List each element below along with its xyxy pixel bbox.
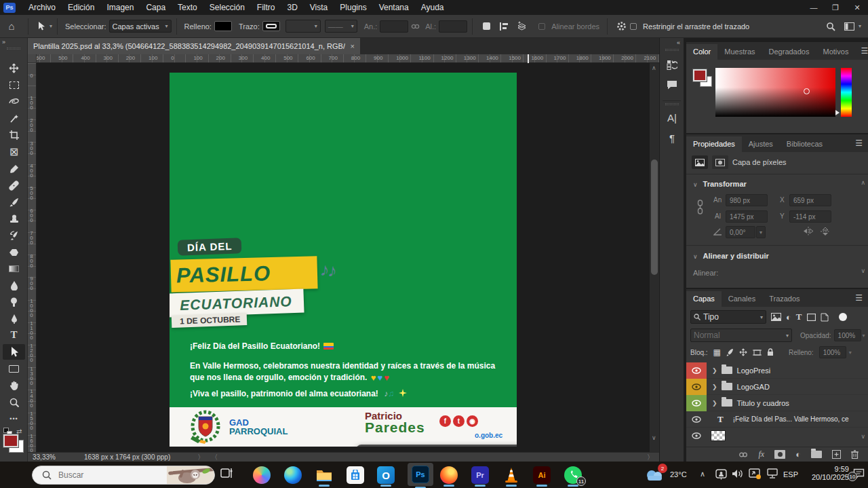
- filter-type-dropdown[interactable]: Tipo▾: [690, 310, 766, 324]
- clone-stamp-tool[interactable]: [3, 211, 25, 227]
- crop-tool[interactable]: [3, 127, 25, 143]
- expand-group-icon[interactable]: ❯: [712, 400, 717, 407]
- eye-icon[interactable]: [692, 383, 701, 390]
- visibility-badge[interactable]: [686, 362, 707, 379]
- minimize-button[interactable]: —: [803, 0, 825, 15]
- horizontal-ruler[interactable]: 6005004003002001000100200300400500600700…: [28, 54, 659, 63]
- layer-name[interactable]: ¡Feliz Día del Pas... Valle Hermoso, ce: [733, 415, 849, 423]
- temperature-text[interactable]: 23°C: [670, 470, 687, 478]
- hue-slider[interactable]: [841, 68, 852, 117]
- history-panel-icon[interactable]: [665, 57, 679, 72]
- panel-menu-icon[interactable]: ☰: [850, 138, 868, 152]
- color-field-cursor[interactable]: [804, 88, 810, 94]
- paragraph-panel-icon[interactable]: ¶: [665, 130, 679, 145]
- lock-pixels-icon[interactable]: [726, 348, 734, 356]
- lasso-tool[interactable]: [3, 94, 25, 109]
- lock-all-icon[interactable]: [767, 348, 774, 356]
- poster-document[interactable]: DÍA DEL PASILLO ♪♪ ECUATORIANO 1 DE OCTU…: [170, 73, 517, 447]
- workspace-switcher-icon[interactable]: [841, 22, 859, 31]
- visibility-badge[interactable]: [686, 428, 707, 444]
- foreground-color-swatch[interactable]: [3, 434, 18, 447]
- path-operations-icon[interactable]: [477, 22, 495, 30]
- eye-icon[interactable]: [692, 367, 701, 374]
- tray-overflow-chevron[interactable]: ∧: [700, 470, 705, 478]
- menu-item-archivo[interactable]: Archivo: [22, 3, 62, 12]
- character-panel-icon[interactable]: A|: [665, 110, 679, 125]
- scroll-down-icon[interactable]: ∨: [652, 434, 656, 441]
- ruler-corner[interactable]: [28, 54, 37, 63]
- tab-close-icon[interactable]: ×: [351, 42, 355, 50]
- close-button[interactable]: ✕: [846, 0, 868, 15]
- taskbar-search[interactable]: [32, 466, 215, 485]
- layer-row[interactable]: ❯ Titulo y cuadros: [686, 395, 868, 411]
- search-input[interactable]: [57, 470, 152, 481]
- layer-style-fx-icon[interactable]: fx: [758, 449, 764, 459]
- gradient-tool[interactable]: [3, 261, 25, 276]
- healing-brush-tool[interactable]: [3, 178, 25, 193]
- transform-section-header[interactable]: ∨Transformar: [693, 179, 747, 189]
- filter-pixel-icon[interactable]: [771, 313, 781, 321]
- visibility-badge[interactable]: [686, 379, 707, 395]
- tool-preset-caret[interactable]: ▾: [50, 23, 52, 29]
- panel-grip[interactable]: [665, 103, 679, 105]
- tab-muestras[interactable]: Muestras: [717, 44, 762, 60]
- constrain-path-checkbox[interactable]: [630, 23, 637, 30]
- filter-adjustment-icon[interactable]: ◐: [786, 312, 791, 322]
- menu-item-texto[interactable]: Texto: [172, 3, 203, 12]
- visibility-badge[interactable]: [686, 395, 707, 411]
- brush-tool[interactable]: [3, 194, 25, 210]
- panel-scroll-down-icon[interactable]: ∨: [861, 267, 865, 274]
- document-tab[interactable]: Plantilla 2025.psd al 33,3% (504664122_5…: [28, 38, 360, 54]
- more-tools-button[interactable]: •••: [3, 411, 25, 426]
- microsoft-store-button[interactable]: [347, 466, 364, 484]
- filter-toggle-pin[interactable]: [839, 313, 847, 321]
- volume-icon[interactable]: [732, 468, 744, 479]
- blur-tool[interactable]: [3, 278, 25, 293]
- eye-icon[interactable]: [692, 416, 701, 423]
- file-explorer-button[interactable]: [315, 466, 333, 484]
- menu-item-ventana[interactable]: Ventana: [373, 3, 415, 12]
- mask-icon[interactable]: [712, 155, 728, 169]
- filter-shape-icon[interactable]: [807, 314, 816, 321]
- tab-motivos[interactable]: Motivos: [816, 44, 855, 60]
- menu-item-ayuda[interactable]: Ayuda: [415, 3, 450, 12]
- dodge-tool[interactable]: [3, 294, 25, 309]
- new-adjustment-layer-icon[interactable]: ◐: [795, 449, 801, 459]
- expand-panels-icon[interactable]: «: [677, 39, 680, 46]
- vertical-ruler[interactable]: 0100200300400500600700800900100011001200…: [28, 63, 37, 452]
- tab-color[interactable]: Color: [686, 44, 717, 60]
- layer-row[interactable]: T ¡Feliz Día del Pas... Valle Hermoso, c…: [686, 411, 868, 428]
- filter-smart-object-icon[interactable]: [821, 313, 829, 322]
- layer-name[interactable]: Titulo y cuadros: [737, 399, 789, 407]
- comments-panel-icon[interactable]: [665, 77, 679, 92]
- visibility-badge[interactable]: [686, 411, 707, 428]
- teams-tray-icon[interactable]: [715, 468, 727, 480]
- new-layer-icon[interactable]: [832, 450, 841, 459]
- premiere-button[interactable]: Pr: [471, 466, 489, 484]
- menu-item-3d[interactable]: 3D: [281, 3, 303, 12]
- outlook-button[interactable]: O: [377, 466, 395, 484]
- menu-item-plugins[interactable]: Plugins: [334, 3, 372, 12]
- move-tool-icon[interactable]: [33, 22, 50, 31]
- lock-artboard-icon[interactable]: [753, 349, 762, 356]
- menu-item-capa[interactable]: Capa: [140, 3, 172, 12]
- add-mask-icon[interactable]: [774, 450, 785, 459]
- panel-menu-icon[interactable]: ☰: [855, 46, 868, 60]
- eye-icon[interactable]: [692, 400, 701, 407]
- gear-icon[interactable]: [612, 21, 630, 31]
- menu-item-filtro[interactable]: Filtro: [251, 3, 281, 12]
- vertical-scrollbar-thumb[interactable]: [651, 159, 658, 275]
- task-view-button[interactable]: [220, 466, 234, 480]
- path-alignment-icon[interactable]: [495, 22, 513, 31]
- pen-tool[interactable]: [3, 311, 25, 326]
- contextual-task-bar[interactable]: Seleccionar sujeto Eliminar fondo ◐ •••: [356, 445, 517, 447]
- layer-row[interactable]: [686, 428, 868, 444]
- document-info[interactable]: 1638 px x 1764 px (300 ppp): [84, 453, 170, 461]
- menu-item-edicion[interactable]: Edición: [62, 3, 100, 12]
- move-tool[interactable]: [3, 60, 25, 76]
- zoom-level[interactable]: 33,33%: [33, 453, 56, 461]
- panel-grip[interactable]: [665, 49, 679, 51]
- filter-type-text-icon[interactable]: T: [796, 312, 802, 322]
- tab-ajustes[interactable]: Ajustes: [742, 136, 780, 152]
- scroll-up-icon[interactable]: ∧: [652, 64, 656, 71]
